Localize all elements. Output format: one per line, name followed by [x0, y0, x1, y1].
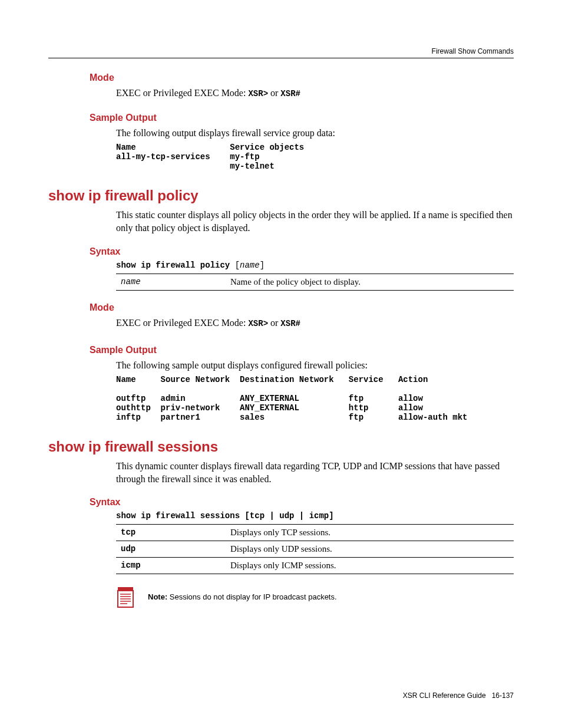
policy-syntax-cmd: show ip firewall policy — [116, 261, 230, 270]
footer-page: 16-137 — [492, 691, 514, 700]
param-key: udp — [116, 541, 226, 558]
note-body: Sessions do not display for IP broadcast… — [167, 592, 336, 601]
sessions-syntax-cmd: show ip firewall sessions — [116, 511, 240, 521]
param-desc: Displays only ICMP sessions. — [226, 558, 514, 574]
table-row: icmpDisplays only ICMP sessions. — [116, 558, 514, 574]
section-title-syntax-policy: Syntax — [90, 246, 514, 257]
policy-mode-code1: XSR> — [248, 319, 268, 328]
policy-mode-text: EXEC or Privileged EXEC Mode: XSR> or XS… — [116, 317, 514, 330]
policy-sample-intro: The following sample output displays con… — [116, 359, 514, 372]
sample1-intro: The following output displays firewall s… — [116, 127, 514, 140]
table-row: tcpDisplays only TCP sessions. — [116, 525, 514, 541]
policy-mode-code2: XSR# — [280, 319, 300, 328]
policy-syntax-bracket-open: [ — [230, 261, 240, 270]
sessions-syntax-opts: [tcp | udp | icmp] — [240, 511, 334, 521]
footer-guide: XSR CLI Reference Guide — [403, 691, 486, 700]
sessions-desc: This dynamic counter displays firewall d… — [116, 460, 514, 485]
param-desc: Displays only UDP sessions. — [226, 541, 514, 558]
param-key: tcp — [116, 525, 226, 541]
policy-sample-table: Name Source Network Destination Network … — [116, 375, 514, 422]
sessions-syntax: show ip firewall sessions [tcp | udp | i… — [116, 511, 514, 521]
mode-code2: XSR# — [280, 89, 300, 98]
param-desc: Name of the policy object to display. — [226, 274, 514, 290]
policy-param-table: name Name of the policy object to displa… — [116, 274, 514, 291]
note-text: Note: Sessions do not display for IP bro… — [148, 592, 337, 601]
command-title-sessions: show ip firewall sessions — [48, 439, 514, 455]
policy-mode-or: or — [268, 318, 280, 328]
note-label: Note: — [148, 592, 167, 601]
sample1-codeblock: Name Service objects all-my-tcp-services… — [116, 143, 514, 171]
page-container: Firewall Show Commands Mode EXEC or Priv… — [0, 0, 562, 728]
policy-syntax: show ip firewall policy [name] — [116, 261, 514, 270]
policy-desc: This static counter displays all policy … — [116, 209, 514, 234]
section-title-mode: Mode — [90, 73, 514, 83]
section-title-mode-policy: Mode — [90, 302, 514, 313]
mode-prefix: EXEC or Privileged EXEC Mode: — [116, 88, 248, 98]
running-header: Firewall Show Commands — [48, 47, 514, 55]
command-title-policy: show ip firewall policy — [48, 187, 514, 204]
policy-syntax-param: name — [240, 261, 260, 270]
section-title-sample-policy: Sample Output — [90, 345, 514, 355]
param-desc: Displays only TCP sessions. — [226, 525, 514, 541]
page-footer: XSR CLI Reference Guide 16-137 — [403, 691, 514, 700]
mode-or: or — [268, 88, 280, 98]
header-rule — [48, 58, 514, 58]
table-row: udpDisplays only UDP sessions. — [116, 541, 514, 558]
policy-mode-prefix: EXEC or Privileged EXEC Mode: — [116, 318, 248, 328]
table-row: name Name of the policy object to displa… — [116, 274, 514, 290]
policy-syntax-bracket-close: ] — [260, 261, 265, 270]
param-key: name — [116, 274, 226, 290]
mode-code1: XSR> — [248, 89, 268, 98]
note-icon — [116, 585, 137, 608]
section-title-syntax-sessions: Syntax — [90, 497, 514, 508]
section-title-sample-output: Sample Output — [90, 113, 514, 123]
mode-text: EXEC or Privileged EXEC Mode: XSR> or XS… — [116, 87, 514, 100]
sessions-param-table: tcpDisplays only TCP sessions.udpDisplay… — [116, 524, 514, 574]
svg-rect-1 — [118, 587, 133, 591]
note-block: Note: Sessions do not display for IP bro… — [116, 585, 514, 608]
param-key: icmp — [116, 558, 226, 574]
